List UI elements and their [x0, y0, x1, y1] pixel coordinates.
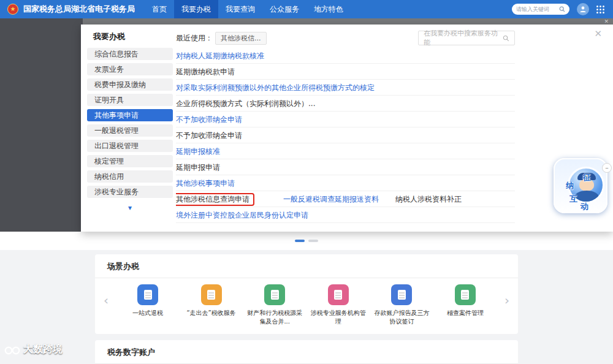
scene-card-item[interactable]: “走出去”税收服务 — [183, 284, 240, 325]
carousel-next-button[interactable]: › — [504, 294, 509, 306]
scene-card-label: 存款账户报告及三方协议签订 — [373, 309, 430, 325]
menu-search-input[interactable]: 在我要办税中搜索服务功能 — [418, 31, 515, 45]
digital-account-section: 税务数字账户 — [95, 340, 518, 364]
global-search-placeholder: 请输入关键词 — [516, 6, 549, 13]
banner-pagination — [0, 232, 613, 250]
search-icon — [559, 6, 565, 12]
watermark-logo-icon — [4, 344, 21, 355]
nav-local-features[interactable]: 地方特色 — [306, 0, 351, 18]
nav-tax-services[interactable]: 我要办税 — [174, 0, 218, 18]
carousel-dot[interactable] — [295, 240, 305, 242]
mega-menu-sidebar: 我要办税 综合信息报告 发票业务 税费申报及缴纳 证明开具 其他事项申请 一般退… — [87, 28, 179, 212]
watermark: 大数跨境 — [4, 343, 63, 356]
service-category-link[interactable]: 不予加收滞纳金申请 — [176, 112, 515, 127]
audit-case-icon — [455, 284, 476, 305]
apps-grid-icon[interactable] — [596, 6, 604, 13]
deposit-account-report-icon — [391, 284, 412, 305]
highlighted-service-item-other-tax-info-query[interactable]: 其他涉税信息查询申请 — [176, 193, 254, 206]
sidebar-item-general-refund[interactable]: 一般退税管理 — [87, 124, 173, 137]
scene-card-item[interactable]: 稽查案件管理 — [437, 284, 493, 325]
carousel-dot[interactable] — [308, 240, 318, 242]
scene-card-item[interactable]: 涉税专业服务机构管理 — [310, 284, 367, 325]
assistant-char: 征 — [583, 172, 591, 183]
carousel-prev-button[interactable]: ‹ — [104, 294, 109, 306]
sidebar-item-assessment[interactable]: 核定管理 — [87, 155, 173, 167]
scene-card-label: 财产和行为税税源采集及合并... — [246, 309, 303, 325]
assistant-char: 纳 — [566, 180, 574, 191]
tax-service-agency-icon — [328, 284, 349, 305]
service-cell: 其他涉税信息查询申请 — [176, 191, 283, 207]
service-list: 对纳税人延期缴纳税款核准 延期缴纳税款申请 对采取实际利润额预缴以外的其他企业所… — [176, 48, 515, 223]
sidebar-item-other-matters[interactable]: 其他事项申请 — [87, 109, 173, 121]
sidebar-item-professional-services[interactable]: 涉税专业服务 — [87, 186, 173, 198]
property-behavior-tax-icon — [264, 284, 285, 305]
scene-tax-section: 场景办税 ‹ 一站式退税 “走出去”税收服务 财产和行为税税源采集及合并... … — [95, 254, 518, 334]
scene-card-label: “走出去”税收服务 — [183, 309, 240, 317]
scene-card-item[interactable]: 财产和行为税税源采集及合并... — [246, 284, 303, 325]
service-category-link[interactable]: 其他涉税事项申请 — [176, 175, 515, 191]
close-icon[interactable]: ✕ — [594, 28, 602, 39]
sidebar-item-certificates[interactable]: 证明开具 — [87, 94, 173, 106]
sidebar-expand-chevron[interactable]: ▾ — [87, 203, 173, 212]
main-nav: 首页 我要办税 我要查询 公众服务 地方特色 — [145, 0, 351, 18]
service-item[interactable]: 延期缴纳税款申请 — [176, 64, 515, 80]
assistant-badge[interactable]: 征 纳 互 动 — [554, 158, 607, 213]
sidebar-item-tax-credit[interactable]: 纳税信用 — [87, 170, 173, 183]
sidebar-item-invoice[interactable]: 发票业务 — [87, 63, 173, 75]
recent-used-label: 最近使用： — [176, 33, 213, 44]
service-category-link[interactable]: 延期申报核准 — [176, 143, 515, 159]
service-category-link[interactable]: 对纳税人延期缴纳税款核准 — [176, 48, 515, 64]
person-icon — [579, 6, 587, 13]
service-item-link[interactable]: 一般反避税调查延期报送资料 — [283, 191, 395, 207]
search-icon — [503, 35, 509, 42]
tax-interaction-assistant: 征 纳 互 动 – — [554, 158, 607, 213]
nav-public-services[interactable]: 公众服务 — [262, 0, 306, 18]
service-category-link[interactable]: 境外注册中资控股企业居民身份认定申请 — [176, 207, 515, 223]
service-item[interactable]: 延期申报申请 — [176, 159, 515, 175]
assistant-char: 动 — [581, 201, 588, 212]
assistant-minimize-button[interactable]: – — [602, 163, 612, 173]
national-emblem-icon: ★ — [7, 4, 18, 15]
tax-services-mega-menu: ✕ 我要办税 综合信息报告 发票业务 税费申报及缴纳 证明开具 其他事项申请 一… — [81, 25, 613, 232]
nav-home[interactable]: 首页 — [145, 0, 174, 18]
scene-card-item[interactable]: 一站式退税 — [120, 284, 176, 325]
global-search-input[interactable]: 请输入关键词 — [512, 4, 569, 15]
sidebar-item-export-refund[interactable]: 出口退税管理 — [87, 140, 173, 152]
going-global-tax-icon — [201, 284, 222, 305]
mega-menu-content: 最近使用： 其他涉税信... 在我要办税中搜索服务功能 对纳税人延期缴纳税款核准… — [176, 29, 515, 223]
site-title: 国家税务总局湖北省电子税务局 — [23, 4, 135, 15]
assistant-char: 互 — [569, 194, 577, 205]
service-item[interactable]: 不予加收滞纳金申请 — [176, 127, 515, 143]
menu-search-placeholder: 在我要办税中搜索服务功能 — [424, 29, 503, 47]
scene-section-title: 场景办税 — [95, 254, 518, 278]
nav-inquiry[interactable]: 我要查询 — [218, 0, 262, 18]
scene-card-label: 涉税专业服务机构管理 — [310, 309, 367, 325]
digital-section-title: 税务数字账户 — [95, 340, 518, 364]
watermark-text: 大数跨境 — [23, 343, 63, 356]
service-category-link[interactable]: 对采取实际利润额预缴以外的其他企业所得税预缴方式的核定 — [176, 80, 515, 96]
scene-card-label: 稽查案件管理 — [437, 309, 493, 317]
top-navbar: ★ 国家税务总局湖北省电子税务局 首页 我要办税 我要查询 公众服务 地方特色 … — [0, 0, 613, 18]
notice-close-icon[interactable]: ✕ — [604, 18, 609, 25]
service-row-multi: 其他涉税信息查询申请 一般反避税调查延期报送资料 纳税人涉税资料补正 — [176, 191, 515, 207]
user-avatar[interactable] — [577, 3, 589, 15]
service-item[interactable]: 企业所得税预缴方式（实际利润额以外）... — [176, 96, 515, 112]
sidebar-title: 我要办税 — [87, 28, 179, 48]
scene-card-item[interactable]: 存款账户报告及三方协议签订 — [373, 284, 430, 325]
service-item[interactable]: 纳税人涉税资料补正 — [395, 191, 515, 207]
sidebar-item-comprehensive-info[interactable]: 综合信息报告 — [87, 48, 173, 60]
one-stop-refund-icon — [137, 284, 158, 305]
recent-used-tag[interactable]: 其他涉税信... — [215, 32, 267, 45]
scene-card-label: 一站式退税 — [120, 309, 176, 317]
sidebar-item-declaration-payment[interactable]: 税费申报及缴纳 — [87, 78, 173, 91]
